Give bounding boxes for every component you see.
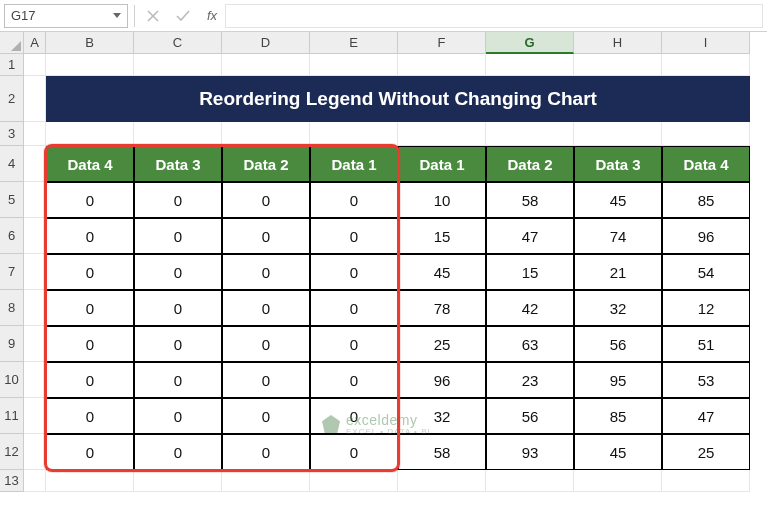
cell[interactable] [398,470,486,492]
table-cell[interactable]: 0 [310,362,398,398]
table-header-cell[interactable]: Data 3 [134,146,222,182]
table-cell[interactable]: 32 [398,398,486,434]
table-cell[interactable]: 0 [46,434,134,470]
cell[interactable] [486,470,574,492]
table-header-cell[interactable]: Data 2 [486,146,574,182]
cell[interactable] [662,122,750,146]
cell[interactable] [574,122,662,146]
row-header[interactable]: 5 [0,182,24,218]
table-cell[interactable]: 15 [486,254,574,290]
row-header[interactable]: 3 [0,122,24,146]
table-cell[interactable]: 0 [222,182,310,218]
cell[interactable] [310,54,398,76]
cell[interactable] [222,122,310,146]
select-all-corner[interactable] [0,32,24,54]
column-header[interactable]: C [134,32,222,54]
table-cell[interactable]: 0 [134,434,222,470]
column-header[interactable]: F [398,32,486,54]
table-cell[interactable]: 0 [134,362,222,398]
cell[interactable] [24,146,46,182]
table-cell[interactable]: 54 [662,254,750,290]
table-cell[interactable]: 45 [398,254,486,290]
table-cell[interactable]: 0 [222,218,310,254]
table-cell[interactable]: 0 [222,434,310,470]
table-cell[interactable]: 0 [222,398,310,434]
table-cell[interactable]: 96 [398,362,486,398]
table-cell[interactable]: 0 [134,326,222,362]
table-cell[interactable]: 85 [662,182,750,218]
cell[interactable] [486,54,574,76]
table-cell[interactable]: 95 [574,362,662,398]
table-cell[interactable]: 0 [134,218,222,254]
cell[interactable] [222,54,310,76]
table-cell[interactable]: 0 [310,398,398,434]
table-cell[interactable]: 0 [222,362,310,398]
table-cell[interactable]: 0 [310,254,398,290]
cell[interactable] [222,470,310,492]
cell[interactable] [24,398,46,434]
table-cell[interactable]: 58 [398,434,486,470]
row-header[interactable]: 11 [0,398,24,434]
table-cell[interactable]: 78 [398,290,486,326]
cell[interactable] [398,122,486,146]
table-cell[interactable]: 0 [310,434,398,470]
cell[interactable] [24,218,46,254]
cancel-icon[interactable] [141,4,165,28]
cell[interactable] [310,470,398,492]
table-cell[interactable]: 21 [574,254,662,290]
table-cell[interactable]: 0 [46,182,134,218]
table-cell[interactable]: 56 [486,398,574,434]
confirm-icon[interactable] [171,4,195,28]
table-cell[interactable]: 12 [662,290,750,326]
cell[interactable] [24,470,46,492]
table-header-cell[interactable]: Data 1 [398,146,486,182]
table-cell[interactable]: 0 [310,326,398,362]
table-cell[interactable]: 0 [46,254,134,290]
fx-label[interactable]: fx [207,8,217,23]
cell[interactable] [398,54,486,76]
table-cell[interactable]: 25 [662,434,750,470]
table-cell[interactable]: 0 [134,398,222,434]
cell[interactable] [24,254,46,290]
table-cell[interactable]: 47 [662,398,750,434]
table-cell[interactable]: 42 [486,290,574,326]
cell[interactable] [662,54,750,76]
cell[interactable] [46,122,134,146]
table-cell[interactable]: 0 [134,290,222,326]
table-cell[interactable]: 45 [574,434,662,470]
row-header[interactable]: 9 [0,326,24,362]
cell[interactable] [486,122,574,146]
cell[interactable] [24,434,46,470]
table-header-cell[interactable]: Data 4 [662,146,750,182]
column-header[interactable]: B [46,32,134,54]
table-header-cell[interactable]: Data 1 [310,146,398,182]
column-header[interactable]: I [662,32,750,54]
table-cell[interactable]: 32 [574,290,662,326]
table-cell[interactable]: 0 [46,326,134,362]
table-cell[interactable]: 85 [574,398,662,434]
cell[interactable] [24,76,46,122]
table-cell[interactable]: 47 [486,218,574,254]
row-header[interactable]: 7 [0,254,24,290]
cell[interactable] [24,54,46,76]
table-cell[interactable]: 74 [574,218,662,254]
table-cell[interactable]: 0 [310,182,398,218]
table-cell[interactable]: 0 [46,290,134,326]
table-cell[interactable]: 10 [398,182,486,218]
table-cell[interactable]: 51 [662,326,750,362]
table-cell[interactable]: 45 [574,182,662,218]
table-cell[interactable]: 0 [310,290,398,326]
column-header[interactable]: H [574,32,662,54]
column-header[interactable]: E [310,32,398,54]
row-header[interactable]: 13 [0,470,24,492]
cell[interactable] [24,326,46,362]
table-cell[interactable]: 96 [662,218,750,254]
table-cell[interactable]: 0 [134,254,222,290]
table-cell[interactable]: 23 [486,362,574,398]
cell[interactable] [574,54,662,76]
cell[interactable] [24,182,46,218]
table-cell[interactable]: 56 [574,326,662,362]
cell[interactable] [24,290,46,326]
name-box[interactable]: G17 [4,4,128,28]
table-cell[interactable]: 63 [486,326,574,362]
